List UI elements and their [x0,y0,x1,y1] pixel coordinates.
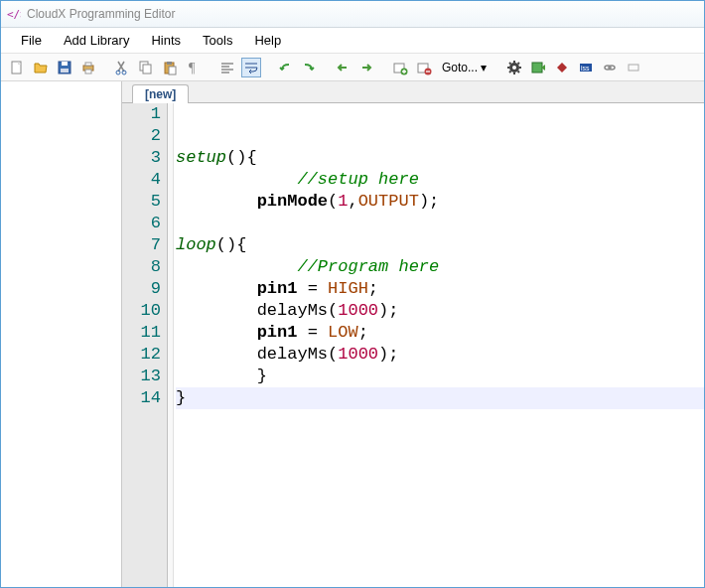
menu-hints[interactable]: Hints [141,29,191,52]
line-number: 7 [122,234,161,256]
new-file-icon[interactable] [7,58,27,77]
run-board-icon[interactable] [528,58,548,77]
svg-rect-7 [85,70,91,74]
paragraph-icon[interactable]: ¶ [184,58,204,77]
app-icon: </> [7,7,21,21]
word-wrap-icon[interactable] [241,58,261,77]
copy-icon[interactable] [136,58,156,77]
code-line[interactable] [176,103,704,125]
arrow-left-icon[interactable] [333,58,352,77]
code-text[interactable]: setup(){ //setup here pinMode(1,OUTPUT);… [174,103,704,587]
svg-point-27 [512,66,516,70]
svg-rect-6 [85,63,91,66]
line-number: 3 [122,147,161,169]
line-number: 8 [122,256,161,278]
line-number: 5 [122,191,161,213]
code-line[interactable]: //Program here [176,256,704,278]
code-line[interactable]: pinMode(1,OUTPUT); [176,191,704,213]
svg-text:¶: ¶ [189,61,196,75]
line-number: 10 [122,300,161,322]
goto-button[interactable]: Goto... ▾ [438,59,491,76]
line-number: 4 [122,169,161,191]
align-left-icon[interactable] [217,58,237,77]
blank-icon[interactable] [624,58,643,77]
svg-rect-41 [629,65,638,71]
toolbar: ¶ Goto... ▾ iss [1,54,704,81]
svg-rect-36 [532,63,542,73]
iss-logo-icon[interactable]: iss [576,58,596,77]
titlebar: </> CloudX Programming Editor [1,1,704,28]
print-icon[interactable] [78,58,98,77]
menu-file[interactable]: File [11,29,52,52]
tabbar: [new] [122,81,704,103]
svg-rect-14 [169,67,176,74]
line-number: 9 [122,278,161,300]
code-line[interactable]: loop(){ [176,234,704,256]
line-number: 14 [122,387,161,409]
code-line[interactable]: pin1 = LOW; [176,322,704,344]
svg-text:iss: iss [581,65,590,72]
line-number: 13 [122,366,161,387]
code-line[interactable]: //setup here [176,169,704,191]
code-line[interactable]: pin1 = HIGH; [176,278,704,300]
code-line[interactable] [176,213,704,234]
app-title: CloudX Programming Editor [27,7,175,21]
sidebar [1,81,122,587]
main-area: [new] 1234567891011121314 setup(){ //set… [1,81,704,587]
svg-line-32 [509,63,511,65]
menu-help[interactable]: Help [244,29,291,52]
line-number: 12 [122,344,161,366]
line-number: 11 [122,322,161,344]
line-number: 1 [122,103,161,125]
cut-icon[interactable] [112,58,132,77]
line-number: 6 [122,213,161,234]
code-line[interactable]: delayMs(1000); [176,300,704,322]
code-line[interactable]: } [176,387,704,409]
editor-pane: [new] 1234567891011121314 setup(){ //set… [122,81,704,587]
menubar: File Add Library Hints Tools Help [1,28,704,54]
menu-add-library[interactable]: Add Library [54,29,139,52]
link-icon[interactable] [600,58,620,77]
svg-point-40 [609,66,615,70]
code-line[interactable] [176,125,704,147]
code-line[interactable]: delayMs(1000); [176,344,704,366]
svg-rect-4 [61,69,69,73]
line-number: 2 [122,125,161,147]
code-line[interactable]: } [176,366,704,387]
add-block-icon[interactable] [390,58,410,77]
svg-line-33 [518,71,520,73]
svg-rect-3 [62,62,68,66]
svg-line-34 [509,71,511,73]
paste-icon[interactable] [160,58,180,77]
svg-line-35 [518,63,520,65]
open-folder-icon[interactable] [31,58,51,77]
svg-rect-13 [167,62,172,65]
remove-block-icon[interactable] [414,58,434,77]
redo-icon[interactable] [299,58,319,77]
arrow-right-icon[interactable] [356,58,376,77]
menu-tools[interactable]: Tools [193,29,242,52]
line-number-gutter: 1234567891011121314 [122,103,168,587]
undo-icon[interactable] [275,58,295,77]
stop-icon[interactable] [552,58,572,77]
code-line[interactable]: setup(){ [176,147,704,169]
svg-rect-11 [143,65,151,74]
save-icon[interactable] [55,58,74,77]
gear-icon[interactable] [504,58,524,77]
svg-text:</>: </> [7,8,21,21]
code-area[interactable]: 1234567891011121314 setup(){ //setup her… [122,103,704,587]
tab-new[interactable]: [new] [132,84,189,103]
